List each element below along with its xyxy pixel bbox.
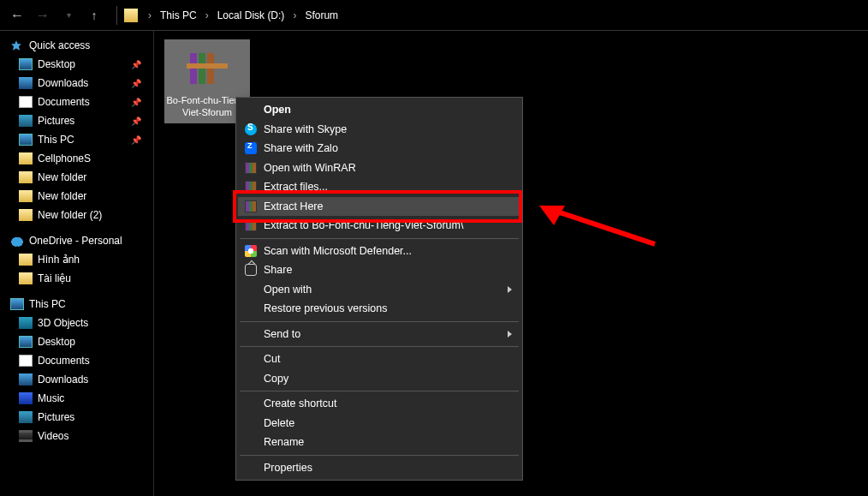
menu-separator [240,346,519,347]
pictures-icon [19,411,33,423]
pin-icon: 📌 [131,98,141,107]
blank-icon [243,435,259,449]
svg-marker-0 [11,40,21,51]
menu-item-open-winrar[interactable]: Open with WinRAR [238,158,520,178]
sidebar-item-documents[interactable]: Documents📌 [3,93,150,111]
folder-icon [19,152,33,164]
star-icon [10,39,24,51]
sidebar-item-music[interactable]: Music [3,389,150,408]
menu-separator [240,238,519,239]
blank-icon [243,327,259,341]
blank-icon [243,461,259,475]
menu-item-extract-to[interactable]: Extract to Bo-Font-chu-Tieng-Viet-Sforum… [238,216,520,236]
pc-icon [19,134,33,146]
sidebar-label: OneDrive - Personal [29,235,122,247]
blank-icon [243,103,259,117]
menu-separator [240,321,519,322]
downloads-icon [19,373,33,385]
folder-icon [19,254,33,266]
folder-icon [19,272,33,284]
menu-item-share[interactable]: Share [238,260,520,280]
defender-icon [243,244,259,258]
pin-icon: 📌 [131,60,141,69]
sidebar-onedrive[interactable]: OneDrive - Personal [3,231,150,250]
breadcrumb-item[interactable]: This PC [158,8,199,23]
sidebar-item-pictures[interactable]: Pictures [3,408,150,427]
menu-item-send-to[interactable]: Send to [238,325,520,344]
menu-item-copy[interactable]: Copy [238,369,520,389]
sidebar-item-folder[interactable]: CellphoneS [3,149,150,168]
winrar-icon [243,218,259,232]
menu-item-scan-defender[interactable]: Scan with Microsoft Defender... [238,242,520,261]
sidebar-label: This PC [38,134,74,146]
sidebar-label: Pictures [38,411,74,423]
folder-icon [19,171,33,183]
sidebar-item-folder[interactable]: New folder (2) [3,206,150,224]
folder-icon [19,209,33,221]
nav-back-button[interactable]: ← [7,5,27,26]
sidebar-item-pictures[interactable]: Pictures📌 [3,111,150,130]
3d-icon [19,317,33,329]
sidebar-item-desktop[interactable]: Desktop [3,332,150,351]
sidebar-label: Videos [38,430,68,442]
sidebar-label: Desktop [38,336,75,348]
desktop-icon [19,58,33,70]
menu-item-restore-versions[interactable]: Restore previous versions [238,299,520,319]
videos-icon [19,430,33,442]
sidebar-label: New folder [38,171,86,183]
menu-item-share-skype[interactable]: Share with Skype [238,120,520,140]
sidebar-label: Documents [38,96,90,108]
breadcrumb[interactable]: › This PC › Local Disk (D:) › Sforum [145,8,340,23]
menu-item-rename[interactable]: Rename [238,433,520,452]
sidebar-label: Tài liệu [38,272,71,284]
breadcrumb-item[interactable]: Sforum [303,8,340,23]
sidebar-label: Desktop [38,58,75,70]
downloads-icon [19,77,33,89]
zalo-icon [243,141,259,155]
menu-item-open[interactable]: Open [238,100,520,120]
menu-item-extract-files[interactable]: Extract files... [238,177,520,197]
menu-separator [240,391,519,391]
sidebar-item-documents[interactable]: Documents [3,351,150,370]
menu-item-extract-here[interactable]: Extract Here [238,197,520,217]
menu-item-properties[interactable]: Properties [238,458,520,478]
blank-icon [243,352,259,366]
sidebar-label: This PC [29,298,66,310]
sidebar-label: Documents [38,355,90,367]
menu-item-create-shortcut[interactable]: Create shortcut [238,394,520,414]
menu-item-delete[interactable]: Delete [238,414,520,433]
sidebar-item-videos[interactable]: Videos [3,427,150,445]
sidebar-item-3dobjects[interactable]: 3D Objects [3,314,150,332]
nav-up-button[interactable]: ↑ [84,5,104,26]
sidebar-item-desktop[interactable]: Desktop📌 [3,55,150,74]
sidebar-quick-access[interactable]: Quick access [3,36,150,55]
share-icon [243,263,259,277]
skype-icon [243,123,259,136]
sidebar-item-folder[interactable]: New folder [3,168,150,187]
sidebar-label: 3D Objects [38,317,88,329]
breadcrumb-item[interactable]: Local Disk (D:) [216,8,287,23]
sidebar-item-folder[interactable]: New folder [3,187,150,206]
documents-icon [19,96,33,108]
desktop-icon [19,336,33,348]
menu-separator [240,455,519,456]
sidebar-label: Downloads [38,373,88,385]
sidebar-item-folder[interactable]: Tài liệu [3,269,150,288]
sidebar-item-downloads[interactable]: Downloads [3,370,150,389]
sidebar-label: Quick access [29,39,90,51]
sidebar-label: New folder [38,190,86,202]
winrar-icon [243,161,259,175]
cloud-icon [10,235,24,247]
menu-item-share-zalo[interactable]: Share with Zalo [238,139,520,158]
sidebar-item-downloads[interactable]: Downloads📌 [3,74,150,93]
menu-item-open-with[interactable]: Open with [238,280,520,300]
navigation-pane: Quick access Desktop📌 Downloads📌 Documen… [0,31,154,496]
nav-recent-dropdown[interactable]: ▾ [58,5,79,26]
sidebar-thispc[interactable]: This PC [3,295,150,314]
sidebar-item-folder[interactable]: Hình ảnh [3,250,150,269]
nav-forward-button[interactable]: → [33,5,53,26]
address-bar: ← → ▾ ↑ › This PC › Local Disk (D:) › Sf… [0,0,868,31]
sidebar-item-thispc[interactable]: This PC📌 [3,130,150,149]
menu-item-cut[interactable]: Cut [238,350,520,369]
folder-icon [19,190,33,202]
